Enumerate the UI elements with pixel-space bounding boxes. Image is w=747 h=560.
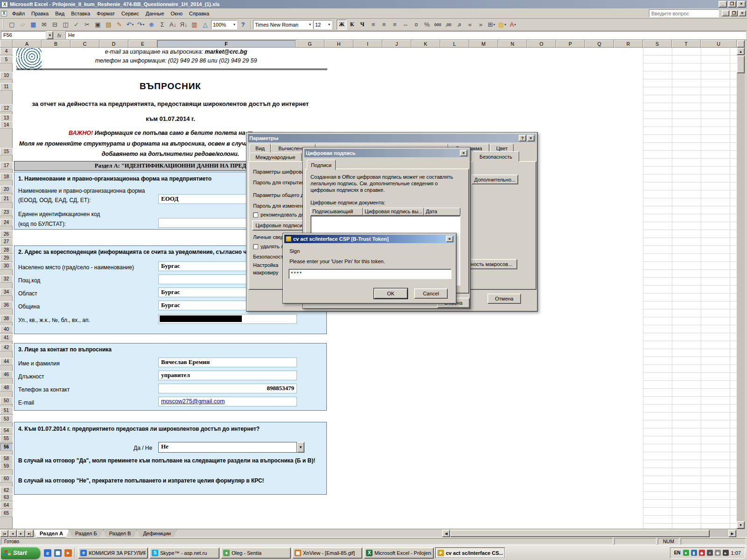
signature-column-header[interactable]: Дата (424, 208, 460, 216)
formula-input[interactable]: Не (65, 31, 746, 39)
row-header[interactable]: 13 (0, 114, 13, 122)
menu-help[interactable]: Справка (186, 9, 212, 18)
row-header[interactable]: 4 (0, 48, 13, 55)
tab-vid[interactable]: Вид (249, 144, 271, 153)
hyperlink-button[interactable]: ⊕ (146, 20, 157, 30)
row-header[interactable]: 30 (0, 262, 13, 270)
sheet-tab-razdel-v[interactable]: Раздел В (103, 530, 137, 538)
increase-indent-button[interactable]: » (475, 20, 486, 30)
row-header[interactable]: 14 (0, 121, 13, 129)
row-header[interactable]: 27 (0, 238, 13, 245)
options-help-button[interactable]: ? (519, 135, 526, 141)
minimize-button[interactable]: _ (719, 1, 727, 7)
row-header[interactable]: 21 (0, 195, 13, 203)
row-header[interactable]: 10 (0, 72, 13, 79)
undo-button[interactable]: ↶ (125, 20, 135, 30)
font-name-combo[interactable]: Times New Roman (253, 20, 313, 29)
row-header[interactable]: 23 (0, 209, 13, 216)
tab-last-button[interactable]: ▸| (25, 530, 34, 537)
column-header[interactable]: Q (585, 40, 614, 48)
signature-close-button[interactable]: × (460, 150, 467, 156)
column-header[interactable]: L (440, 40, 469, 48)
font-size-combo[interactable]: 12 (313, 20, 332, 29)
italic-button[interactable]: К (347, 20, 357, 30)
save-button[interactable]: ▦ (28, 20, 39, 30)
row-header[interactable]: 62 (0, 487, 13, 494)
position-cell[interactable]: управител (158, 371, 297, 380)
decrease-decimal-button[interactable]: ,0 (454, 20, 465, 30)
spelling-button[interactable]: ✓ (71, 20, 82, 30)
decrease-indent-button[interactable]: « (465, 20, 475, 30)
align-left-button[interactable]: ≡ (368, 20, 379, 30)
column-header[interactable]: S (643, 40, 672, 48)
horizontal-scroll-thumb[interactable] (450, 530, 710, 537)
menu-edit[interactable]: Правка (28, 9, 52, 18)
name-box[interactable]: F56 (1, 31, 46, 39)
csp-close-button[interactable]: × (446, 236, 453, 242)
fill-color-button[interactable]: ▨ (497, 20, 507, 30)
quicklaunch-desktop-icon[interactable]: ▦ (53, 548, 63, 558)
redo-button[interactable]: ↷ (135, 20, 146, 30)
align-right-button[interactable]: ≡ (389, 20, 400, 30)
scroll-up-icon[interactable]: ▲ (737, 48, 745, 55)
comma-style-button[interactable]: 000 (432, 20, 443, 30)
row-header[interactable]: 15 (0, 148, 13, 155)
sheet-tab-definicii[interactable]: Дефиниции (137, 530, 177, 538)
menu-format[interactable]: Формат (93, 9, 118, 18)
sheet-tab-razdel-a[interactable]: Раздел А (34, 530, 69, 538)
task-ie-komisia[interactable]: e КОМИСИЯ ЗА РЕГУЛИР... (78, 547, 148, 559)
row-header[interactable]: 24 (0, 219, 13, 226)
vertical-scroll-thumb[interactable] (737, 56, 745, 73)
menu-tools[interactable]: Сервис (118, 9, 142, 18)
task-skype[interactable]: S Skype™ - asp.net.ru (149, 547, 219, 559)
format-painter-button[interactable]: ✎ (114, 20, 125, 30)
column-header[interactable]: A (13, 40, 42, 48)
tab-next-button[interactable]: ▸ (17, 530, 25, 537)
workbook-restore-button[interactable]: ❐ (730, 10, 738, 16)
advanced-button[interactable]: Дополнительно... (472, 175, 518, 184)
language-indicator[interactable]: EN (674, 550, 681, 555)
help-button[interactable]: ? (238, 20, 248, 30)
quicklaunch-ie-icon[interactable]: e (43, 548, 52, 558)
column-header[interactable]: U (701, 40, 737, 48)
row-header[interactable]: 32 (0, 275, 13, 283)
row-header[interactable]: 17 (0, 162, 13, 169)
signatures-tab[interactable]: Подписи (307, 160, 336, 170)
contact-phone-cell[interactable]: 898853479 (158, 384, 297, 393)
pin-input[interactable]: **** (289, 269, 451, 279)
row-header[interactable]: 41 (0, 334, 13, 342)
row-header[interactable]: 56 (0, 443, 13, 451)
row-header[interactable]: 50 (0, 397, 13, 405)
align-center-button[interactable]: ≡ (379, 20, 389, 30)
row-header[interactable]: 5 (0, 56, 13, 63)
row-header[interactable]: 54 (0, 427, 13, 434)
row-header[interactable]: 64 (0, 502, 13, 509)
row-header[interactable]: 58 (0, 455, 13, 462)
email-link[interactable]: moscow275@gmail.com (161, 398, 225, 405)
name-box-dropdown-icon[interactable]: ▾ (47, 31, 53, 39)
row-header[interactable]: 20 (0, 186, 13, 193)
column-header[interactable]: H (324, 40, 353, 48)
yesno-cell[interactable]: Не (158, 442, 297, 453)
tab-prev-button[interactable]: ◂ (8, 530, 17, 537)
column-header[interactable]: J (382, 40, 411, 48)
drawing-button[interactable]: △ (200, 20, 211, 30)
row-header[interactable]: 40 (0, 326, 13, 333)
column-header[interactable]: R (614, 40, 643, 48)
tray-icon-network[interactable]: ◉ (715, 550, 721, 556)
sort-ascending-button[interactable]: А↓ (168, 20, 178, 30)
tab-security[interactable]: Безопасность (472, 151, 519, 161)
new-file-button[interactable]: ▢ (7, 20, 17, 30)
digital-signatures-button[interactable]: Цифровые подписи... (252, 220, 310, 231)
column-header[interactable]: D (99, 40, 128, 48)
row-header[interactable]: 18 (0, 173, 13, 181)
toolbar-grip[interactable] (2, 20, 5, 29)
street-cell[interactable] (158, 314, 297, 324)
row-header[interactable]: 55 (0, 435, 13, 442)
tray-icon-antivirus[interactable]: ● (683, 550, 689, 556)
task-xnview[interactable]: ▣ XnView - [Email-85.gif] (292, 547, 362, 559)
column-header[interactable]: E (128, 40, 157, 48)
menu-window[interactable]: Окно (168, 9, 186, 18)
cut-button[interactable]: ✂ (82, 20, 92, 30)
copy-button[interactable]: ▣ (92, 20, 103, 30)
